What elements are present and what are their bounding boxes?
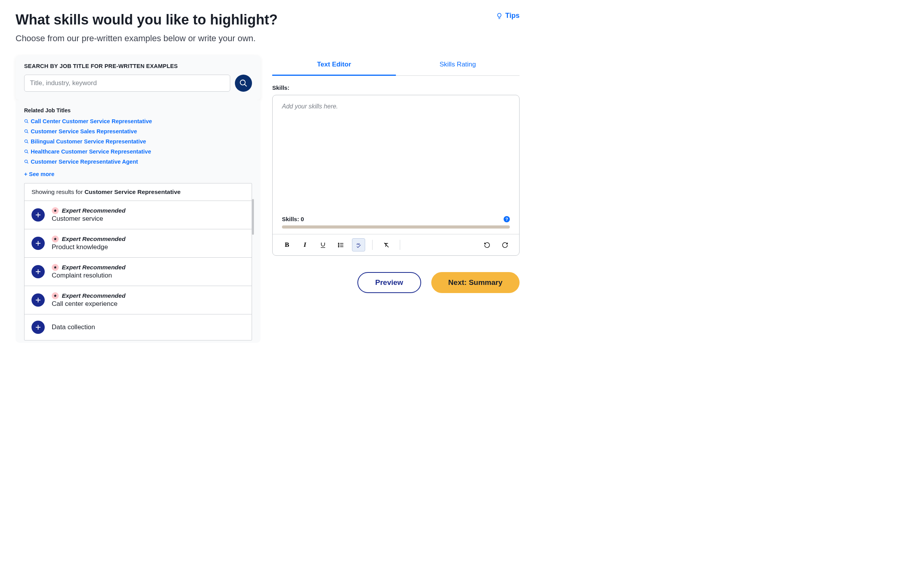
info-icon[interactable]: ?	[504, 216, 510, 222]
result-item[interactable]: Expert Recommended Customer service	[24, 201, 252, 229]
plus-icon	[35, 268, 42, 275]
recommended-label: Expert Recommended	[62, 207, 126, 214]
svg-line-9	[27, 162, 28, 164]
search-input[interactable]	[24, 75, 230, 92]
svg-point-20	[338, 243, 339, 244]
plus-icon	[35, 297, 42, 304]
skill-progress-bar	[282, 225, 510, 229]
tab-text-editor[interactable]: Text Editor	[272, 55, 396, 76]
plus-icon	[35, 240, 42, 247]
italic-button[interactable]: I	[298, 238, 312, 251]
results-list: Showing results for Customer Service Rep…	[24, 183, 252, 340]
search-icon	[24, 129, 29, 134]
toolbar-divider	[372, 240, 373, 250]
bullet-list-button[interactable]	[334, 238, 347, 251]
plus-icon	[35, 324, 42, 331]
recommended-label: Expert Recommended	[62, 236, 126, 243]
clear-format-button[interactable]	[380, 238, 393, 251]
add-skill-button[interactable]	[32, 321, 45, 334]
related-link[interactable]: Call Center Customer Service Representat…	[24, 118, 152, 124]
page-title: What skills would you like to highlight?	[16, 12, 278, 28]
svg-line-1	[27, 122, 28, 123]
tips-label: Tips	[505, 12, 520, 20]
add-skill-button[interactable]	[32, 237, 45, 250]
search-icon	[24, 149, 29, 154]
page-subtitle: Choose from our pre-written examples bel…	[16, 33, 278, 44]
related-link-label: Call Center Customer Service Representat…	[31, 118, 152, 124]
add-skill-button[interactable]	[32, 208, 45, 222]
related-link[interactable]: Customer Service Representative Agent	[24, 159, 138, 165]
star-icon	[52, 264, 59, 271]
next-summary-button[interactable]: Next: Summary	[431, 272, 520, 293]
results-header-prefix: Showing results for	[32, 189, 84, 195]
svg-point-4	[25, 140, 28, 143]
editor-toolbar: B I AB	[273, 234, 519, 255]
related-titles-heading: Related Job Titles	[24, 107, 252, 113]
results-header-term: Customer Service Representative	[84, 189, 180, 195]
svg-point-6	[25, 150, 28, 153]
underline-button[interactable]	[316, 238, 329, 251]
search-section-label: SEARCH BY JOB TITLE FOR PRE-WRITTEN EXAM…	[24, 63, 252, 69]
lightbulb-icon	[496, 12, 503, 19]
search-icon	[24, 159, 29, 164]
result-item[interactable]: Expert Recommended Complaint resolution	[24, 258, 252, 286]
result-item[interactable]: Data collection	[24, 314, 252, 340]
recommended-label: Expert Recommended	[62, 292, 126, 299]
related-link-label: Customer Service Representative Agent	[31, 159, 138, 165]
skill-name: Product knowledge	[52, 243, 126, 251]
related-link[interactable]: Customer Service Sales Representative	[24, 128, 137, 134]
svg-line-7	[27, 152, 28, 154]
related-links-list: Call Center Customer Service Representat…	[24, 118, 252, 165]
skill-name: Customer service	[52, 215, 126, 223]
tab-skills-rating[interactable]: Skills Rating	[396, 55, 520, 75]
redo-button[interactable]	[498, 238, 511, 251]
svg-point-2	[25, 130, 28, 133]
related-link-label: Customer Service Sales Representative	[31, 128, 137, 134]
svg-point-24	[338, 246, 339, 247]
result-item[interactable]: Expert Recommended Call center experienc…	[24, 286, 252, 314]
result-item[interactable]: Expert Recommended Product knowledge	[24, 229, 252, 258]
svg-line-5	[27, 142, 28, 143]
toolbar-divider	[400, 240, 400, 250]
skill-name: Complaint resolution	[52, 272, 126, 279]
preview-button[interactable]: Preview	[357, 272, 421, 293]
search-icon	[239, 79, 248, 87]
related-link[interactable]: Healthcare Customer Service Representati…	[24, 148, 151, 155]
spellcheck-button[interactable]: AB	[352, 238, 365, 251]
scrollbar-thumb[interactable]	[252, 199, 254, 235]
related-link[interactable]: Bilingual Customer Service Representativ…	[24, 138, 146, 145]
svg-point-22	[338, 244, 339, 245]
add-skill-button[interactable]	[32, 293, 45, 307]
search-button[interactable]	[235, 75, 252, 92]
plus-icon	[35, 211, 42, 218]
skill-name: Call center experience	[52, 300, 126, 308]
results-header: Showing results for Customer Service Rep…	[24, 183, 252, 201]
star-icon	[52, 207, 59, 214]
star-icon	[52, 292, 59, 299]
skills-section-label: Skills:	[272, 84, 520, 91]
recommended-label: Expert Recommended	[62, 264, 126, 271]
see-more-link[interactable]: + See more	[24, 171, 54, 177]
related-link-label: Bilingual Customer Service Representativ…	[31, 138, 146, 145]
add-skill-button[interactable]	[32, 265, 45, 278]
svg-text:AB: AB	[356, 243, 359, 245]
tips-link[interactable]: Tips	[496, 12, 520, 20]
svg-line-3	[27, 132, 28, 133]
skills-editor[interactable]: Add your skills here.	[273, 95, 519, 216]
related-link-label: Healthcare Customer Service Representati…	[31, 148, 151, 155]
undo-button[interactable]	[480, 238, 494, 251]
star-icon	[52, 236, 59, 243]
bold-button[interactable]: B	[280, 238, 294, 251]
search-icon	[24, 119, 29, 124]
skill-name: Data collection	[52, 323, 95, 331]
skill-count-label: Skills: 0	[282, 216, 304, 222]
svg-point-0	[25, 120, 28, 122]
svg-point-8	[25, 160, 28, 163]
search-icon	[24, 139, 29, 144]
